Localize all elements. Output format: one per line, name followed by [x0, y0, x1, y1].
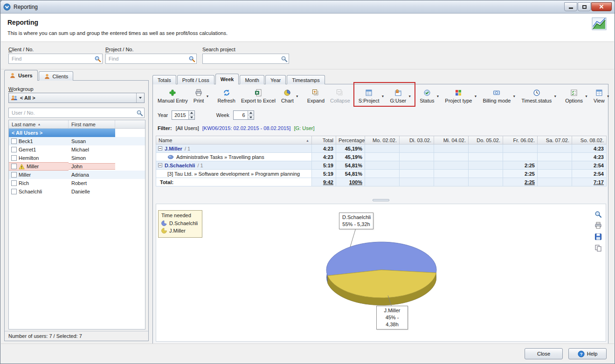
tab-profit-loss[interactable]: Profit / Loss — [177, 75, 214, 84]
project-search-input[interactable] — [107, 56, 188, 62]
billing-mode-button[interactable]: Billing mode ▼ — [480, 86, 518, 106]
list-item[interactable]: Schaelchli Danielle — [9, 187, 145, 196]
checkbox[interactable] — [11, 138, 17, 144]
search-project-label: Search project — [202, 47, 235, 52]
dropdown-arrow-icon[interactable] — [136, 93, 144, 103]
list-item[interactable]: Hemilton Simon — [9, 154, 145, 162]
tab-month[interactable]: Month — [240, 75, 264, 84]
checkbox[interactable] — [11, 189, 17, 194]
expand-button[interactable]: Expand — [304, 86, 327, 106]
tab-year[interactable]: Year — [265, 75, 286, 84]
search-project-input[interactable] — [204, 56, 281, 62]
checkbox[interactable] — [11, 155, 17, 161]
splitter[interactable] — [156, 199, 606, 202]
activity-icon — [167, 154, 174, 160]
refresh-button[interactable]: Refresh — [214, 86, 238, 106]
tab-week[interactable]: Week — [215, 74, 239, 84]
sort-project-button[interactable]: S:Project ▼ — [356, 86, 387, 106]
column-header-day[interactable]: Mi. 04.02. — [434, 136, 469, 144]
chevron-down-icon[interactable]: ▼ — [206, 95, 209, 98]
total-cell: 5:19 — [312, 170, 336, 178]
tab-totals[interactable]: Totals — [152, 75, 176, 84]
list-item[interactable]: Beck1 Susan — [9, 137, 145, 145]
day-cell — [538, 144, 572, 153]
maximize-button[interactable] — [578, 2, 591, 11]
view-button[interactable]: View ▼ — [591, 86, 613, 106]
help-button[interactable]: ? Help — [568, 348, 607, 359]
table-row-group[interactable]: J.Miller / 1 4:23 45,19% 4:23 — [156, 144, 607, 153]
chevron-down-icon[interactable]: ▼ — [408, 95, 411, 98]
chevron-down-icon[interactable]: ▼ — [607, 95, 610, 98]
copy-icon[interactable] — [594, 244, 602, 252]
column-header-first-name[interactable]: First name — [69, 120, 115, 128]
checkbox[interactable] — [11, 172, 17, 178]
week-down-button[interactable] — [248, 116, 254, 120]
collapse-button[interactable]: Collapse — [327, 86, 353, 106]
close-dialog-button[interactable]: Close — [525, 348, 563, 359]
day-cell — [469, 153, 503, 161]
list-item[interactable]: Miller Adriana — [9, 171, 145, 179]
checkbox[interactable] — [11, 180, 17, 186]
list-item[interactable]: Gerret1 Michael — [9, 145, 145, 154]
list-item[interactable]: Miller John — [9, 162, 145, 171]
week-spinner[interactable]: 6 — [233, 110, 254, 120]
status-button[interactable]: Status ▼ — [417, 86, 442, 106]
table-row-group[interactable]: D.Schaelchli / 1 5:19 54,81% 2:25 2:54 — [156, 161, 607, 170]
chevron-down-icon[interactable]: ▼ — [436, 95, 439, 98]
column-header-percentage[interactable]: Percentage — [336, 136, 365, 144]
minimize-button[interactable] — [564, 2, 577, 11]
user-filter-input[interactable] — [10, 110, 136, 116]
print-button[interactable]: Print ▼ — [191, 86, 212, 106]
checkbox[interactable] — [11, 147, 17, 152]
workgroup-dropdown[interactable]: < All > — [8, 93, 145, 103]
print-chart-icon[interactable] — [594, 222, 602, 229]
chevron-down-icon[interactable]: ▼ — [585, 95, 588, 98]
week-up-button[interactable] — [248, 111, 254, 116]
chevron-down-icon[interactable]: ▼ — [474, 95, 477, 98]
find-icon[interactable] — [188, 55, 195, 62]
chevron-down-icon[interactable]: ▼ — [381, 95, 385, 98]
splitter-grip-icon[interactable] — [373, 199, 389, 201]
group-user-button[interactable]: G:User ▼ — [387, 86, 414, 106]
year-spinner[interactable]: 2015 — [172, 110, 194, 120]
tab-timestamps[interactable]: Timestamps — [287, 75, 325, 84]
save-icon[interactable] — [594, 233, 602, 240]
timestamp-status-button[interactable]: Timest.status ▼ — [518, 86, 560, 106]
tab-users[interactable]: Users — [4, 70, 38, 81]
chevron-down-icon[interactable]: ▼ — [512, 95, 516, 98]
column-header-day[interactable]: Sa. 07.02. — [538, 136, 572, 144]
collapse-node-icon[interactable] — [158, 163, 162, 167]
manual-entry-button[interactable]: Manual Entry — [155, 86, 191, 106]
find-icon[interactable] — [94, 55, 101, 62]
client-search-input[interactable] — [10, 56, 94, 62]
chevron-down-icon[interactable]: ▼ — [553, 95, 557, 98]
column-header-day[interactable]: Do. 05.02. — [469, 136, 503, 144]
column-header-day[interactable]: Fr. 06.02. — [503, 136, 538, 144]
column-header-name[interactable]: Name▲ — [156, 136, 312, 144]
chevron-down-icon[interactable]: ▼ — [296, 95, 299, 98]
table-row-detail[interactable]: [3] Tau Ltd. » Software development » Pr… — [156, 170, 607, 178]
day-cell — [469, 170, 503, 178]
checkbox[interactable] — [11, 164, 17, 169]
column-header-day[interactable]: Di. 03.02. — [400, 136, 434, 144]
column-header-day[interactable]: So. 08.02. — [572, 136, 607, 144]
list-item-all-users[interactable]: < All Users > — [9, 129, 145, 137]
column-header-last-name[interactable]: Last name ▲ — [9, 120, 69, 128]
titlebar[interactable]: Reporting ✕ — [0, 0, 615, 14]
find-icon[interactable] — [136, 110, 143, 117]
column-header-total[interactable]: Total — [312, 136, 336, 144]
project-type-button[interactable]: Project type ▼ — [442, 86, 480, 106]
find-icon[interactable] — [281, 55, 288, 62]
table-row-detail[interactable]: Administrative Tasks » Travelling plans … — [156, 153, 607, 161]
export-to-excel-button[interactable]: Export to Excel — [238, 86, 278, 106]
tab-clients[interactable]: Clients — [39, 71, 74, 81]
chart-button[interactable]: Chart ▼ — [278, 86, 302, 106]
column-header-day[interactable]: Mo. 02.02. — [365, 136, 400, 144]
year-up-button[interactable] — [189, 111, 194, 116]
year-down-button[interactable] — [189, 116, 194, 120]
zoom-icon[interactable] — [594, 211, 602, 218]
close-button[interactable]: ✕ — [591, 2, 612, 11]
collapse-node-icon[interactable] — [158, 146, 162, 151]
options-button[interactable]: Options ▼ — [562, 86, 591, 106]
list-item[interactable]: Rich Robert — [9, 179, 145, 187]
